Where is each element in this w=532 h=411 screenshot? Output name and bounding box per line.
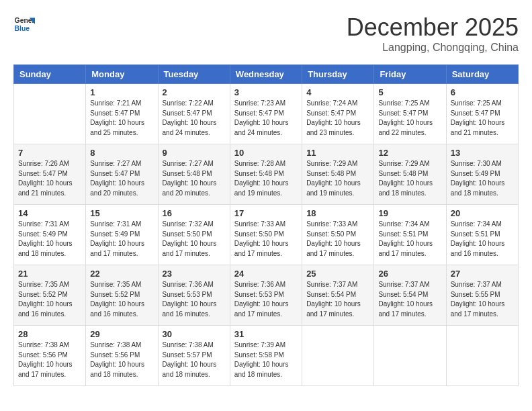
day-number: 13 bbox=[451, 148, 514, 158]
cell-info: Sunrise: 7:32 AM Sunset: 5:50 PM Dayligh… bbox=[163, 220, 226, 259]
day-number: 19 bbox=[378, 208, 441, 218]
calendar-week-row: 7Sunrise: 7:26 AM Sunset: 5:47 PM Daylig… bbox=[14, 144, 519, 205]
calendar-cell: 15Sunrise: 7:31 AM Sunset: 5:49 PM Dayli… bbox=[86, 205, 158, 265]
day-number: 16 bbox=[163, 208, 226, 218]
day-number: 9 bbox=[163, 148, 226, 158]
day-number: 20 bbox=[451, 208, 514, 218]
cell-info: Sunrise: 7:29 AM Sunset: 5:48 PM Dayligh… bbox=[306, 159, 369, 198]
calendar-cell: 25Sunrise: 7:37 AM Sunset: 5:54 PM Dayli… bbox=[302, 265, 374, 326]
calendar-cell: 28Sunrise: 7:38 AM Sunset: 5:56 PM Dayli… bbox=[14, 326, 86, 386]
cell-info: Sunrise: 7:28 AM Sunset: 5:48 PM Dayligh… bbox=[234, 159, 298, 198]
calendar-cell bbox=[446, 326, 518, 386]
month-title: December 2025 bbox=[347, 13, 519, 42]
calendar-cell: 19Sunrise: 7:34 AM Sunset: 5:51 PM Dayli… bbox=[374, 205, 446, 265]
calendar-cell: 20Sunrise: 7:34 AM Sunset: 5:51 PM Dayli… bbox=[446, 205, 518, 265]
calendar-cell bbox=[374, 326, 446, 386]
calendar-week-row: 28Sunrise: 7:38 AM Sunset: 5:56 PM Dayli… bbox=[14, 326, 519, 386]
calendar-cell: 17Sunrise: 7:33 AM Sunset: 5:50 PM Dayli… bbox=[230, 205, 302, 265]
day-number: 24 bbox=[234, 269, 298, 279]
cell-info: Sunrise: 7:35 AM Sunset: 5:52 PM Dayligh… bbox=[18, 280, 81, 319]
day-number: 29 bbox=[90, 329, 153, 339]
svg-text:Blue: Blue bbox=[15, 25, 30, 32]
day-number: 22 bbox=[90, 269, 153, 279]
calendar-cell: 27Sunrise: 7:37 AM Sunset: 5:55 PM Dayli… bbox=[446, 265, 518, 326]
cell-info: Sunrise: 7:27 AM Sunset: 5:48 PM Dayligh… bbox=[163, 159, 226, 198]
day-number: 27 bbox=[451, 269, 514, 279]
cell-info: Sunrise: 7:30 AM Sunset: 5:49 PM Dayligh… bbox=[451, 159, 514, 198]
day-number: 6 bbox=[451, 87, 514, 97]
calendar-cell bbox=[14, 84, 86, 144]
cell-info: Sunrise: 7:38 AM Sunset: 5:56 PM Dayligh… bbox=[18, 340, 81, 379]
calendar-cell: 31Sunrise: 7:39 AM Sunset: 5:58 PM Dayli… bbox=[230, 326, 302, 386]
day-number: 12 bbox=[378, 148, 441, 158]
cell-info: Sunrise: 7:33 AM Sunset: 5:50 PM Dayligh… bbox=[306, 220, 369, 259]
cell-info: Sunrise: 7:22 AM Sunset: 5:47 PM Dayligh… bbox=[163, 99, 226, 138]
cell-info: Sunrise: 7:27 AM Sunset: 5:47 PM Dayligh… bbox=[90, 159, 153, 198]
day-number: 1 bbox=[90, 87, 153, 97]
calendar-cell: 14Sunrise: 7:31 AM Sunset: 5:49 PM Dayli… bbox=[14, 205, 86, 265]
calendar-cell: 8Sunrise: 7:27 AM Sunset: 5:47 PM Daylig… bbox=[86, 144, 158, 205]
calendar-cell: 4Sunrise: 7:24 AM Sunset: 5:47 PM Daylig… bbox=[302, 84, 374, 144]
calendar-week-row: 14Sunrise: 7:31 AM Sunset: 5:49 PM Dayli… bbox=[14, 205, 519, 265]
day-of-week-header: Thursday bbox=[302, 65, 374, 84]
calendar-cell: 26Sunrise: 7:37 AM Sunset: 5:54 PM Dayli… bbox=[374, 265, 446, 326]
cell-info: Sunrise: 7:34 AM Sunset: 5:51 PM Dayligh… bbox=[378, 220, 441, 259]
cell-info: Sunrise: 7:23 AM Sunset: 5:47 PM Dayligh… bbox=[234, 99, 298, 138]
cell-info: Sunrise: 7:21 AM Sunset: 5:47 PM Dayligh… bbox=[90, 99, 153, 138]
calendar-cell: 18Sunrise: 7:33 AM Sunset: 5:50 PM Dayli… bbox=[302, 205, 374, 265]
cell-info: Sunrise: 7:25 AM Sunset: 5:47 PM Dayligh… bbox=[378, 99, 441, 138]
calendar-cell: 1Sunrise: 7:21 AM Sunset: 5:47 PM Daylig… bbox=[86, 84, 158, 144]
cell-info: Sunrise: 7:29 AM Sunset: 5:48 PM Dayligh… bbox=[378, 159, 441, 198]
title-block: December 2025 Langping, Chongqing, China bbox=[347, 13, 519, 54]
day-number: 30 bbox=[163, 329, 226, 339]
calendar-cell: 9Sunrise: 7:27 AM Sunset: 5:48 PM Daylig… bbox=[158, 144, 230, 205]
cell-info: Sunrise: 7:31 AM Sunset: 5:49 PM Dayligh… bbox=[90, 220, 153, 259]
cell-info: Sunrise: 7:31 AM Sunset: 5:49 PM Dayligh… bbox=[18, 220, 81, 259]
day-of-week-header: Monday bbox=[86, 65, 158, 84]
logo: General Blue bbox=[13, 13, 35, 35]
calendar-cell: 10Sunrise: 7:28 AM Sunset: 5:48 PM Dayli… bbox=[230, 144, 302, 205]
logo-icon: General Blue bbox=[13, 13, 35, 35]
calendar-cell: 30Sunrise: 7:38 AM Sunset: 5:57 PM Dayli… bbox=[158, 326, 230, 386]
day-of-week-header: Wednesday bbox=[230, 65, 302, 84]
calendar-cell: 23Sunrise: 7:36 AM Sunset: 5:53 PM Dayli… bbox=[158, 265, 230, 326]
cell-info: Sunrise: 7:25 AM Sunset: 5:47 PM Dayligh… bbox=[451, 99, 514, 138]
day-of-week-header: Saturday bbox=[446, 65, 518, 84]
calendar-cell: 22Sunrise: 7:35 AM Sunset: 5:52 PM Dayli… bbox=[86, 265, 158, 326]
calendar-cell: 12Sunrise: 7:29 AM Sunset: 5:48 PM Dayli… bbox=[374, 144, 446, 205]
cell-info: Sunrise: 7:24 AM Sunset: 5:47 PM Dayligh… bbox=[306, 99, 369, 138]
cell-info: Sunrise: 7:37 AM Sunset: 5:54 PM Dayligh… bbox=[306, 280, 369, 319]
day-of-week-header: Sunday bbox=[14, 65, 86, 84]
day-number: 28 bbox=[18, 329, 81, 339]
day-number: 25 bbox=[306, 269, 369, 279]
calendar-cell: 21Sunrise: 7:35 AM Sunset: 5:52 PM Dayli… bbox=[14, 265, 86, 326]
cell-info: Sunrise: 7:37 AM Sunset: 5:55 PM Dayligh… bbox=[451, 280, 514, 319]
cell-info: Sunrise: 7:39 AM Sunset: 5:58 PM Dayligh… bbox=[234, 340, 298, 379]
day-number: 26 bbox=[378, 269, 441, 279]
day-number: 17 bbox=[234, 208, 298, 218]
day-number: 21 bbox=[18, 269, 81, 279]
location: Langping, Chongqing, China bbox=[347, 42, 519, 54]
cell-info: Sunrise: 7:35 AM Sunset: 5:52 PM Dayligh… bbox=[90, 280, 153, 319]
calendar-cell: 29Sunrise: 7:38 AM Sunset: 5:56 PM Dayli… bbox=[86, 326, 158, 386]
calendar-cell: 5Sunrise: 7:25 AM Sunset: 5:47 PM Daylig… bbox=[374, 84, 446, 144]
calendar-cell: 13Sunrise: 7:30 AM Sunset: 5:49 PM Dayli… bbox=[446, 144, 518, 205]
day-number: 11 bbox=[306, 148, 369, 158]
cell-info: Sunrise: 7:36 AM Sunset: 5:53 PM Dayligh… bbox=[234, 280, 298, 319]
cell-info: Sunrise: 7:37 AM Sunset: 5:54 PM Dayligh… bbox=[378, 280, 441, 319]
day-number: 18 bbox=[306, 208, 369, 218]
day-number: 15 bbox=[90, 208, 153, 218]
day-number: 3 bbox=[234, 87, 298, 97]
calendar-cell: 24Sunrise: 7:36 AM Sunset: 5:53 PM Dayli… bbox=[230, 265, 302, 326]
day-number: 5 bbox=[378, 87, 441, 97]
calendar-header-row: SundayMondayTuesdayWednesdayThursdayFrid… bbox=[14, 65, 519, 84]
page-header: General Blue December 2025 Langping, Cho… bbox=[13, 13, 519, 54]
day-of-week-header: Friday bbox=[374, 65, 446, 84]
calendar-cell: 7Sunrise: 7:26 AM Sunset: 5:47 PM Daylig… bbox=[14, 144, 86, 205]
calendar-cell: 16Sunrise: 7:32 AM Sunset: 5:50 PM Dayli… bbox=[158, 205, 230, 265]
cell-info: Sunrise: 7:38 AM Sunset: 5:56 PM Dayligh… bbox=[90, 340, 153, 379]
calendar-cell: 6Sunrise: 7:25 AM Sunset: 5:47 PM Daylig… bbox=[446, 84, 518, 144]
calendar-cell bbox=[302, 326, 374, 386]
day-number: 14 bbox=[18, 208, 81, 218]
cell-info: Sunrise: 7:33 AM Sunset: 5:50 PM Dayligh… bbox=[234, 220, 298, 259]
